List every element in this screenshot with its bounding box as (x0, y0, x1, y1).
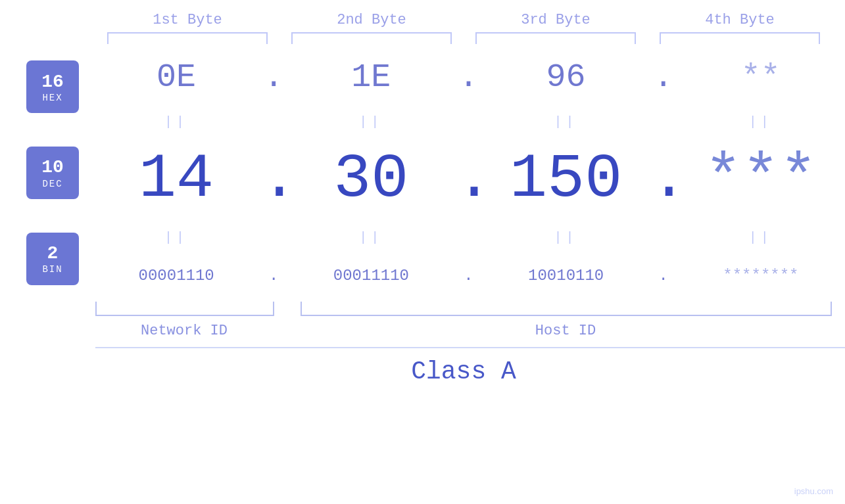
equals-2-4: || (749, 230, 773, 245)
dec-cell-2: 30 (287, 149, 455, 211)
equals-1-2: || (359, 114, 383, 129)
bin-cell-2: 00011110 (287, 267, 455, 285)
equals-row-1: || || || || (92, 110, 845, 133)
byte-2-label: 2nd Byte (279, 12, 464, 28)
dec-cell-1: 14 (92, 149, 260, 211)
dec-dot-1: . (260, 149, 287, 211)
hex-value-2: 1E (351, 58, 391, 96)
equals-1-4: || (749, 114, 773, 129)
byte-3-label: 3rd Byte (464, 12, 648, 28)
hex-cell-3: 96 (482, 58, 650, 96)
dec-value-1: 14 (139, 144, 214, 215)
hex-dot-2: . (456, 58, 482, 96)
page: 1st Byte 2nd Byte 3rd Byte 4th Byte 16 H… (0, 0, 845, 504)
dec-badge: 10 DEC (26, 147, 79, 199)
byte-3-bracket (475, 32, 636, 44)
class-label: Class A (411, 357, 516, 386)
dec-dot-3: . (650, 149, 677, 211)
dec-badge-number: 10 (41, 156, 64, 179)
dec-value-2: 30 (333, 144, 408, 215)
hex-cell-4: ** (677, 58, 845, 96)
hex-badge-number: 16 (41, 71, 64, 93)
network-bracket (95, 302, 274, 316)
bin-dot-3: . (650, 267, 677, 285)
equals-2-2: || (359, 230, 383, 245)
bin-value-3: 10010110 (528, 267, 604, 285)
class-section: Class A (95, 347, 845, 386)
equals-1-3: || (554, 114, 578, 129)
bin-cell-3: 10010110 (482, 267, 650, 285)
byte-1-bracket (107, 32, 268, 44)
data-rows-column: 0E . 1E . 96 . ** (92, 44, 845, 302)
bases-column: 16 HEX 10 DEC 2 BIN (0, 44, 92, 302)
dec-value-4: *** (704, 144, 817, 215)
bin-badge: 2 BIN (26, 233, 79, 285)
byte-1-label: 1st Byte (95, 12, 279, 28)
hex-value-1: 0E (157, 58, 196, 96)
bin-dot-2: . (456, 267, 482, 285)
equals-1-1: || (164, 114, 188, 129)
bin-badge-text: BIN (42, 264, 62, 275)
byte-1-col: 1st Byte (95, 12, 279, 44)
hex-row: 0E . 1E . 96 . ** (92, 44, 845, 110)
dec-row: 14 . 30 . 150 . *** (92, 133, 845, 225)
equals-row-2: || || || || (92, 225, 845, 249)
dec-cell-4: *** (677, 149, 845, 211)
bin-row: 00001110 . 00011110 . 10010110 . (92, 249, 845, 302)
bin-value-2: 00011110 (333, 267, 409, 285)
dec-value-3: 150 (510, 144, 622, 215)
hex-value-4: ** (741, 58, 781, 96)
dec-badge-text: DEC (42, 179, 62, 189)
hex-value-3: 96 (546, 58, 586, 96)
dec-cell-3: 150 (482, 149, 650, 211)
equals-2-3: || (554, 230, 578, 245)
byte-2-col: 2nd Byte (279, 12, 464, 44)
hex-cell-1: 0E (92, 58, 260, 96)
main-content: 16 HEX 10 DEC 2 BIN 0E . (0, 44, 845, 302)
byte-labels-row: 1st Byte 2nd Byte 3rd Byte 4th Byte (95, 0, 845, 44)
bin-badge-number: 2 (47, 242, 59, 265)
bottom-brackets: Network ID Host ID (95, 302, 845, 339)
equals-2-1: || (164, 230, 188, 245)
hex-dot-1: . (260, 58, 287, 96)
host-id-label: Host ID (299, 323, 832, 339)
byte-4-bracket (660, 32, 820, 44)
hex-badge-text: HEX (42, 93, 62, 103)
byte-4-col: 4th Byte (648, 12, 832, 44)
byte-3-col: 3rd Byte (464, 12, 648, 44)
byte-2-bracket (291, 32, 452, 44)
bottom-label-row: Network ID Host ID (95, 323, 832, 339)
bin-cell-1: 00001110 (92, 267, 260, 285)
bin-dot-1: . (260, 267, 287, 285)
bin-value-1: 00001110 (139, 267, 214, 285)
bin-cell-4: ******** (677, 267, 845, 285)
hex-dot-3: . (650, 58, 677, 96)
host-bracket (301, 302, 832, 316)
dec-dot-2: . (456, 149, 482, 211)
bottom-bracket-row (95, 302, 832, 316)
network-id-label: Network ID (95, 323, 273, 339)
bin-value-4: ******** (723, 267, 798, 285)
hex-badge: 16 HEX (26, 60, 79, 113)
hex-cell-2: 1E (287, 58, 455, 96)
watermark: ipshu.com (794, 486, 833, 496)
byte-4-label: 4th Byte (648, 12, 832, 28)
